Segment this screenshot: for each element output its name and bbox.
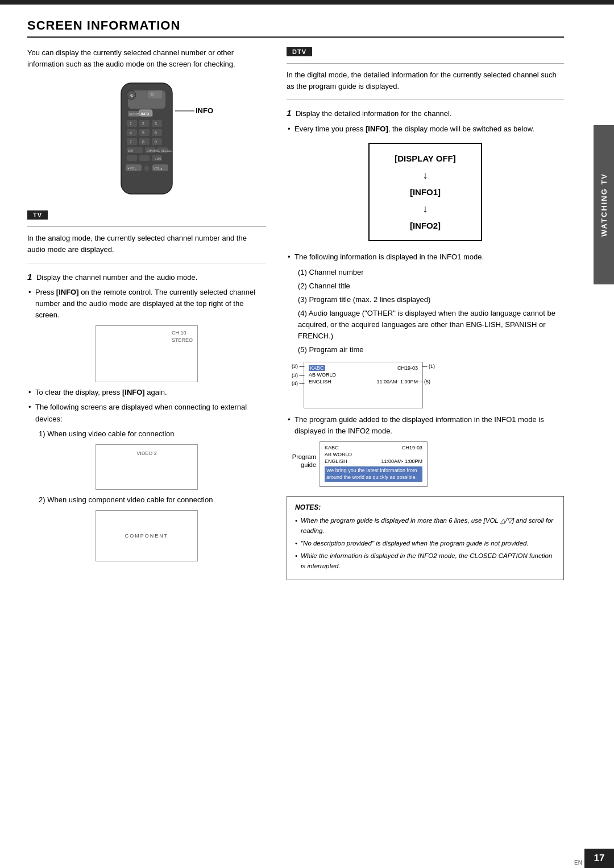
svg-text:▼VOL: ▼VOL [127,167,136,170]
component-label: COMPONENT [125,533,169,539]
bullet-press-info-right: Every time you press [INFO], the display… [294,123,564,135]
bullet-info1-mode: The following information is displayed i… [294,251,564,263]
notes-title: NOTES: [295,502,555,513]
svg-text:AUDIO: AUDIO [129,113,139,116]
left-column: You can display the currently selected c… [27,47,266,580]
pg-time: 11:00AM- 1:00PM [381,458,422,464]
sub-item-1: 1) When using video cable for connection [39,428,266,440]
ab-world-label: AB WORLD [309,372,418,378]
svg-rect-16 [127,129,137,136]
en-label: EN [574,859,582,866]
right-column: DTV In the digital mode, the detailed in… [287,47,564,580]
info1-screen-wrap: (2) — (3) — (4) — KABC CH19-03 — (1) [304,362,564,408]
svg-rect-10 [127,120,137,127]
dtv-badge-wrap: DTV [287,47,564,64]
right-step1-text: Display the detailed information for the… [296,109,452,118]
watching-tv-label: WATCHING TV [600,173,608,237]
svg-text:D: D [151,93,154,97]
video2-label: VIDEO 2 [101,450,193,456]
pg-ab-world: AB WORLD [325,452,422,457]
two-col-layout: You can display the currently selected c… [27,47,564,580]
dtv-intro: In the digital mode, the detailed inform… [287,69,564,92]
remote-container: ⏻ D AUDIO AVOL 1 [27,80,266,201]
svg-text:INFO: INFO [141,112,150,115]
svg-rect-33 [127,155,137,161]
svg-text:VOL▲: VOL▲ [154,167,163,170]
dtv-badge: DTV [287,47,312,56]
page-num-bar: EN 17 [0,849,614,868]
notes-item-3: While the information is displayed in th… [301,551,555,572]
info1-screen: (2) — (3) — (4) — KABC CH19-03 — (1) [304,362,423,408]
info2-label: [INFO2] [410,221,441,230]
prog-guide-screen: KABC CH19-03 AB WORLD ENGLISH 11:00AM- 1… [320,441,428,487]
svg-text:ENT: ENT [128,149,134,152]
svg-text:6: 6 [155,131,157,135]
svg-text:9: 9 [155,140,157,144]
tv-badge-wrap: TV [27,210,266,227]
svg-text:5: 5 [142,131,144,135]
main-content: SCREEN INFORMATION You can display the c… [0,5,614,594]
pg-ch: CH19-03 [402,445,422,450]
kabc-label: KABC [309,365,325,371]
notes-item-1: When the program guide is displayed in m… [301,516,555,536]
remote-svg: ⏻ D AUDIO AVOL 1 [110,80,184,200]
sub-item-ch-num: (1) Channel number [298,267,564,278]
label-2: (2) — [292,363,305,369]
svg-rect-34 [139,155,150,161]
notes-box: NOTES: When the program guide is display… [287,496,564,580]
step1: 1 Display the channel number and the aud… [27,270,266,283]
sub-item-prog-airtime: (5) Program air time [298,344,564,356]
component-screen: COMPONENT [96,510,198,561]
svg-rect-22 [127,138,137,145]
svg-text:⏻: ⏻ [130,94,134,97]
arrow2: ↓ [379,200,472,218]
english-label: ENGLISH [309,379,331,385]
info1-diagram: (2) — (3) — (4) — KABC CH19-03 — (1) [304,362,423,408]
pg-row1: KABC CH19-03 [325,445,422,450]
video2-screen: VIDEO 2 [96,444,198,490]
page-container: WATCHING TV SCREEN INFORMATION You can d… [0,0,614,868]
prog-guide-label: Programguide [287,453,316,469]
label-3: (3) — [292,373,305,378]
info1-label: [INFO1] [410,187,441,197]
sub-item-audio-lang: (4) Audio language ("OTHER" is displayed… [298,308,564,342]
label-4: (4) — [292,381,305,386]
right-step1: 1 Display the detailed information for t… [287,106,564,119]
info-label: INFO [175,106,213,115]
display-mode-box: [DISPLAY OFF] ↓ [INFO1] ↓ [INFO2] [368,143,482,242]
sub-item-ch-title: (2) Channel title [298,280,564,292]
page-number: 17 [584,849,614,868]
bullet-info2-mode: The program guide added to the displayed… [294,414,564,437]
step1-num: 1 [27,272,32,282]
pg-guide-text: We bring you the latest information from… [325,466,422,482]
info1-row1: KABC CH19-03 — (1) [309,365,418,371]
tv-badge: TV [27,210,48,220]
svg-rect-14 [152,120,162,127]
sub-item-prog-title: (3) Program title (max. 2 lines displaye… [298,294,564,305]
svg-rect-24 [139,138,150,145]
ch-label: CH19-03 — (1) [397,365,418,371]
time-label: 11:00AM- 1:00PM — (5) [376,379,418,385]
ch10-label: CH 10 STEREO [101,329,193,344]
info1-row3: ENGLISH 11:00AM- 1:00PM — (5) [309,379,418,385]
tv-section-text: In the analog mode, the currently select… [27,233,266,255]
notes-item-2: "No description provided" is displayed w… [301,539,555,549]
prog-guide-wrap: Programguide KABC CH19-03 AB WORLD ENGLI… [287,441,564,487]
svg-text:4: 4 [130,131,132,135]
svg-text:2: 2 [142,122,144,126]
svg-rect-26 [152,138,162,145]
svg-rect-20 [152,129,162,136]
watching-tv-tab: WATCHING TV [594,125,614,284]
display-off-label: [DISPLAY OFF] [395,154,456,163]
svg-text:CHANNEL RECALL: CHANNEL RECALL [147,149,172,152]
svg-rect-12 [139,120,150,127]
svg-text:7: 7 [130,140,132,144]
bullet-press-info: Press [INFO] on the remote control. The … [35,287,266,321]
label-5: — (5) [418,379,431,385]
right-step1-num: 1 [287,108,291,118]
svg-text:1: 1 [130,122,132,126]
page-title: SCREEN INFORMATION [27,18,564,38]
pg-english: ENGLISH [325,458,347,464]
step1-text: Display the channel number and the audio… [36,273,197,282]
bullet-clear-display: To clear the display, press [INFO] again… [35,387,266,398]
